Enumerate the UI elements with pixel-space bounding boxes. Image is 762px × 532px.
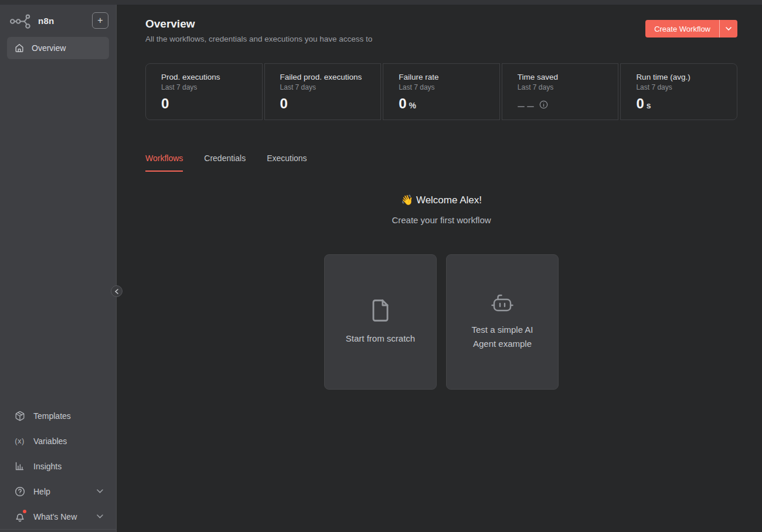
package-icon bbox=[14, 411, 25, 421]
page-subtitle: All the workflows, credentials and execu… bbox=[145, 35, 372, 43]
starter-card-label: Start from scratch bbox=[341, 332, 420, 346]
empty-state: 👋 Welcome Alex! Create your first workfl… bbox=[145, 194, 737, 390]
sidebar-item-label: Overview bbox=[32, 43, 66, 53]
sidebar: n8n + Overview Templates bbox=[0, 5, 117, 532]
n8n-logo-icon bbox=[9, 13, 33, 29]
sidebar-collapse-toggle[interactable] bbox=[111, 285, 123, 297]
notification-badge-dot bbox=[23, 510, 27, 514]
stats-row: Prod. executions Last 7 days 0 Failed pr… bbox=[145, 63, 737, 120]
stat-value: 0 bbox=[161, 97, 169, 111]
page-header-text: Overview All the workflows, credentials … bbox=[145, 18, 372, 43]
sidebar-logo-row: n8n + bbox=[0, 5, 116, 36]
file-icon bbox=[369, 298, 392, 323]
stat-period: Last 7 days bbox=[280, 83, 366, 91]
create-workflow-dropdown-button[interactable] bbox=[719, 20, 737, 37]
stat-card-run-time: Run time (avg.) Last 7 days 0 s bbox=[620, 63, 737, 120]
sidebar-item-templates[interactable]: Templates bbox=[0, 403, 116, 428]
stat-card-time-saved: Time saved Last 7 days bbox=[502, 63, 619, 120]
tab-workflows[interactable]: Workflows bbox=[145, 154, 183, 172]
stat-label: Run time (avg.) bbox=[636, 73, 722, 81]
stat-card-failed-prod-executions: Failed prod. executions Last 7 days 0 bbox=[264, 63, 382, 120]
stat-value: 0 bbox=[399, 97, 406, 111]
chevron-down-icon bbox=[97, 514, 103, 519]
info-icon[interactable] bbox=[539, 100, 548, 109]
stat-period: Last 7 days bbox=[636, 83, 722, 91]
home-icon bbox=[15, 43, 24, 53]
page-header: Overview All the workflows, credentials … bbox=[145, 18, 737, 43]
stat-empty-value bbox=[518, 99, 603, 110]
create-workflow-button[interactable]: Create Workflow bbox=[645, 20, 719, 37]
stat-card-prod-executions: Prod. executions Last 7 days 0 bbox=[145, 63, 263, 120]
create-workflow-split-button: Create Workflow bbox=[645, 20, 737, 37]
tab-credentials[interactable]: Credentials bbox=[204, 154, 246, 172]
chevron-down-icon bbox=[97, 489, 103, 493]
welcome-message: 👋 Welcome Alex! bbox=[145, 194, 737, 206]
sidebar-item-label: Templates bbox=[33, 411, 71, 421]
variables-parens-icon: (x) bbox=[14, 436, 25, 445]
sidebar-footer-divider bbox=[0, 529, 116, 532]
tab-bar: Workflows Credentials Executions bbox=[145, 154, 737, 172]
sidebar-item-overview[interactable]: Overview bbox=[7, 37, 109, 59]
main-content: Overview All the workflows, credentials … bbox=[117, 5, 762, 532]
tab-executions[interactable]: Executions bbox=[267, 154, 307, 172]
add-workflow-button[interactable]: + bbox=[92, 12, 108, 29]
sidebar-item-help[interactable]: Help bbox=[0, 479, 116, 504]
start-from-scratch-card[interactable]: Start from scratch bbox=[324, 254, 437, 390]
stat-unit: s bbox=[647, 101, 651, 110]
stat-label: Failed prod. executions bbox=[280, 73, 366, 81]
sidebar-item-variables[interactable]: (x) Variables bbox=[0, 428, 116, 453]
chevron-left-icon bbox=[115, 289, 118, 294]
sidebar-item-insights[interactable]: Insights bbox=[0, 453, 116, 479]
window-top-strip bbox=[0, 0, 762, 5]
stat-value: 0 bbox=[280, 97, 288, 111]
stat-period: Last 7 days bbox=[518, 83, 603, 91]
stat-card-failure-rate: Failure rate Last 7 days 0 % bbox=[383, 63, 500, 120]
sidebar-item-whats-new[interactable]: What's New bbox=[0, 504, 116, 529]
bar-chart-icon bbox=[14, 461, 25, 471]
starter-card-label: Test a simple AI Agent example bbox=[463, 323, 542, 351]
sidebar-bottom-nav: Templates (x) Variables Insights bbox=[0, 403, 116, 532]
page-title: Overview bbox=[145, 18, 372, 30]
stat-label: Failure rate bbox=[399, 73, 484, 81]
sidebar-item-label: Insights bbox=[33, 462, 62, 471]
app-logo-text: n8n bbox=[38, 16, 55, 26]
plus-icon: + bbox=[97, 16, 103, 25]
stat-value: 0 bbox=[636, 97, 644, 111]
starter-cards: Start from scratch Test a simple AI Agen… bbox=[145, 254, 737, 390]
stat-period: Last 7 days bbox=[161, 83, 247, 91]
bell-icon bbox=[14, 511, 25, 522]
sidebar-item-label: What's New bbox=[33, 512, 77, 521]
stat-label: Time saved bbox=[518, 73, 603, 81]
stat-period: Last 7 days bbox=[399, 83, 484, 91]
stat-label: Prod. executions bbox=[161, 73, 247, 81]
ai-agent-example-card[interactable]: Test a simple AI Agent example bbox=[446, 254, 559, 390]
sidebar-item-label: Help bbox=[33, 487, 50, 496]
chevron-down-icon bbox=[726, 27, 732, 31]
stat-unit: % bbox=[409, 101, 416, 110]
empty-state-subtitle: Create your first workflow bbox=[145, 215, 737, 225]
robot-icon bbox=[490, 293, 515, 314]
sidebar-item-label: Variables bbox=[33, 436, 67, 446]
help-circle-icon bbox=[14, 486, 25, 497]
